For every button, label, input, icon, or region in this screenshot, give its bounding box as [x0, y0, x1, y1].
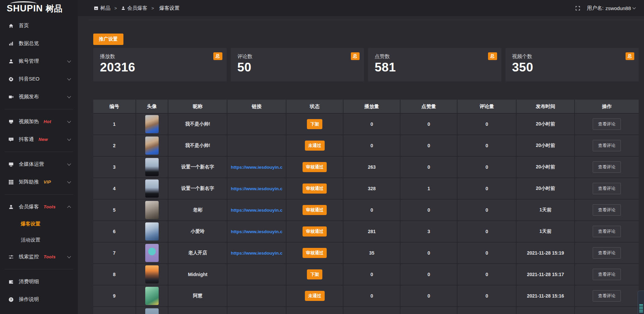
- view-comments-button[interactable]: 查看评论: [593, 161, 621, 173]
- sidebar-item-matrix-boost[interactable]: 矩阵助推VIP: [0, 173, 78, 191]
- cell-comments: 0: [458, 135, 516, 156]
- home-icon: [8, 23, 14, 29]
- member-icon: [8, 204, 14, 210]
- video-link[interactable]: https://www.iesdouyin.c: [231, 186, 282, 191]
- cell-link: [227, 135, 286, 156]
- sidebar-item-video-heat[interactable]: 视频加热Hot: [0, 113, 78, 130]
- video-link[interactable]: https://www.iesdouyin.c: [231, 165, 282, 170]
- chevron-down-icon: [67, 119, 71, 123]
- stat-value: 50: [237, 61, 358, 74]
- user-menu[interactable]: 用户名: zswodun88: [587, 5, 635, 11]
- column-header: 状态: [286, 100, 343, 113]
- view-comments-button[interactable]: 查看评论: [593, 118, 621, 130]
- brand-logo: SHUPIN 树品: [0, 0, 78, 17]
- view-comments-button[interactable]: 查看评论: [593, 204, 621, 216]
- cell-nickname: 老彬: [168, 200, 227, 220]
- status-badge[interactable]: 审核通过: [303, 205, 327, 215]
- status-badge[interactable]: 下架: [307, 119, 322, 129]
- breadcrumb-item[interactable]: 会员爆客: [121, 5, 148, 11]
- sidebar-item-media-operation[interactable]: 全媒体运营: [0, 155, 78, 173]
- column-header: 链接: [227, 100, 286, 113]
- sidebar-item-label: 抖客通: [19, 136, 34, 143]
- sidebar-item-douyin-seo[interactable]: 抖音SEO: [0, 70, 78, 88]
- stat-card-0: 播放数20316总: [93, 48, 227, 82]
- breadcrumb-item[interactable]: 树品: [94, 5, 110, 11]
- avatar-cell: [136, 114, 168, 135]
- cell-id: 1: [93, 114, 136, 135]
- video-link[interactable]: https://www.iesdouyin.c: [231, 229, 282, 234]
- column-header: 昵称: [168, 100, 227, 113]
- status-badge[interactable]: 审核通过: [303, 184, 327, 194]
- cell-status: 下架: [286, 264, 343, 285]
- sidebar-item-home[interactable]: 首页: [0, 17, 78, 35]
- avatar-cell: [136, 264, 168, 285]
- cell-id: 3: [93, 157, 136, 177]
- stat-card-1: 评论数50总: [231, 48, 364, 82]
- status-badge[interactable]: 未通过: [305, 291, 325, 301]
- avatar-cell: [136, 200, 168, 220]
- cell-comments: 0: [458, 264, 516, 285]
- sidebar-item-data-overview[interactable]: 数据总览: [0, 35, 78, 52]
- chevron-down-icon: [67, 59, 71, 62]
- avatar-cell: [136, 221, 168, 242]
- video-link[interactable]: https://www.iesdouyin.c: [231, 251, 282, 256]
- view-comments-button[interactable]: 查看评论: [593, 226, 621, 237]
- floating-widget[interactable]: [638, 291, 644, 314]
- cell-plays: 0: [343, 135, 400, 156]
- sidebar-item-video-publish[interactable]: 视频发布: [0, 88, 78, 106]
- view-comments-button[interactable]: 查看评论: [593, 269, 621, 280]
- sidebar-item-operation-guide[interactable]: ?操作说明: [0, 291, 78, 308]
- avatar-cell: [136, 285, 168, 306]
- view-comments-button[interactable]: 查看评论: [593, 183, 621, 194]
- view-comments-button[interactable]: 查看评论: [593, 290, 621, 302]
- video-link[interactable]: https://www.iesdouyin.c: [231, 208, 282, 213]
- avatar: [145, 265, 159, 283]
- cell-nickname: Midnight: [168, 264, 227, 285]
- avatar-cell: [136, 243, 168, 263]
- cell-time: 20小时前: [517, 178, 574, 199]
- monitor-icon: [8, 161, 14, 167]
- sidebar-item-douketong[interactable]: 抖客通New: [0, 130, 78, 148]
- status-badge[interactable]: 审核通过: [303, 226, 327, 237]
- cell-likes: 1: [400, 178, 457, 199]
- cell-status: [286, 307, 343, 314]
- sidebar-item-clue-monitor[interactable]: 线索监控Tools: [0, 248, 78, 266]
- sidebar-subitem-label: 爆客设置: [21, 221, 40, 227]
- cell-likes: 0: [400, 114, 457, 135]
- chevron-down-icon: [67, 254, 71, 258]
- cell-likes: 0: [400, 285, 457, 306]
- view-comments-button[interactable]: 查看评论: [593, 140, 621, 151]
- status-badge[interactable]: 审核通过: [303, 162, 327, 172]
- status-badge[interactable]: 审核通过: [303, 248, 327, 258]
- sidebar-subitem-baoke-settings[interactable]: 爆客设置: [0, 216, 78, 232]
- username: zswodun88: [605, 5, 631, 11]
- cell-actions: 查看评论: [575, 157, 639, 177]
- status-badge[interactable]: 下架: [307, 269, 322, 279]
- sidebar-item-account-manage[interactable]: 账号管理: [0, 52, 78, 70]
- cell-comments: 0: [458, 243, 516, 263]
- sidebar-subitem-activity-settings[interactable]: 活动设置: [0, 232, 78, 248]
- promo-settings-button[interactable]: 推广设置: [93, 34, 123, 45]
- sidebar-item-member-baoke[interactable]: 会员爆客Tools: [0, 198, 78, 216]
- avatar: [145, 201, 159, 219]
- cell-id: 9: [93, 285, 136, 306]
- column-header: 点赞量: [400, 100, 457, 113]
- cell-nickname: 老人开店: [168, 243, 227, 263]
- breadcrumb-separator: >: [114, 6, 117, 11]
- view-comments-button[interactable]: 查看评论: [593, 247, 621, 259]
- cell-link: https://www.iesdouyin.c: [227, 243, 286, 263]
- status-badge[interactable]: 未通过: [305, 141, 325, 151]
- cell-status: 审核通过: [286, 221, 343, 242]
- fullscreen-icon[interactable]: [575, 6, 580, 11]
- sidebar-item-label: 视频发布: [19, 94, 39, 100]
- logo-text: SHUPIN: [7, 4, 43, 13]
- chevron-up-icon: [67, 206, 71, 209]
- column-header: 评论量: [458, 100, 516, 113]
- cell-status: 审核通过: [286, 178, 343, 199]
- svg-text:?: ?: [10, 298, 12, 301]
- sidebar-item-consume-detail[interactable]: 消费明细: [0, 273, 78, 291]
- breadcrumb-item: 爆客设置: [159, 5, 179, 11]
- cell-plays: 281: [343, 221, 400, 242]
- chart-icon: [8, 41, 14, 46]
- cell-time: 1天前: [517, 221, 574, 242]
